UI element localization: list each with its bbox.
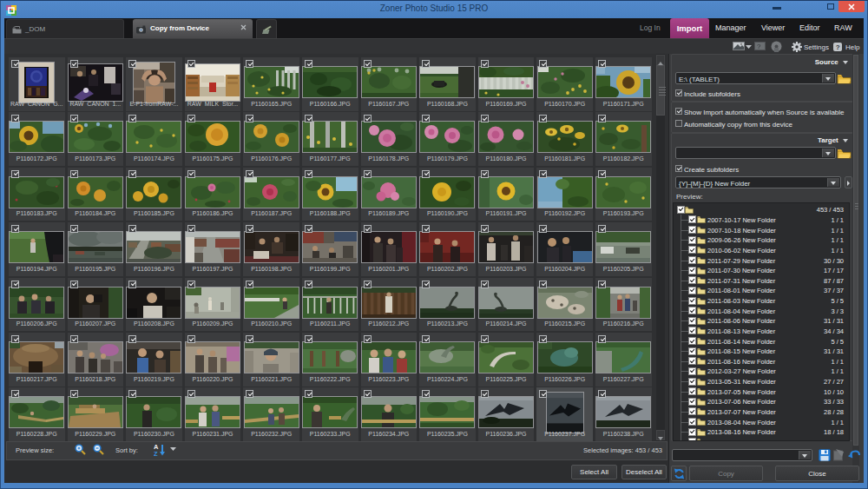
svg-text:?: ? — [757, 43, 761, 50]
svg-text:Z: Z — [154, 450, 158, 457]
svg-text:?: ? — [836, 43, 840, 51]
